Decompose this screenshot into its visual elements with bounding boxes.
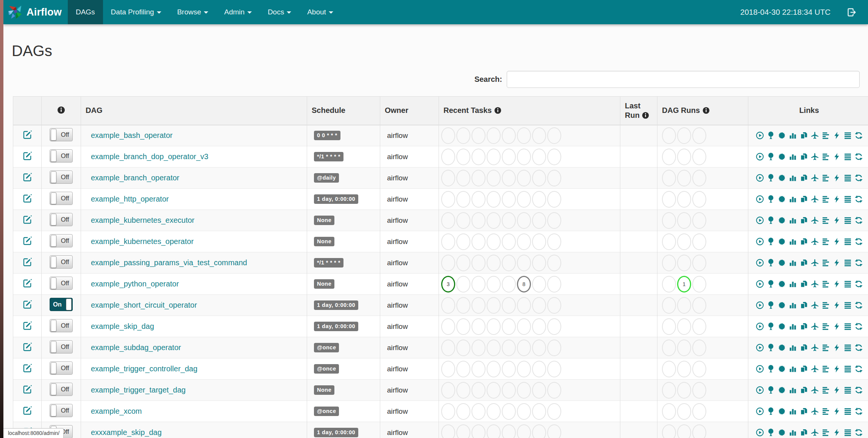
gantt-view-link[interactable]: [821, 152, 830, 161]
dag-link[interactable]: example_xcom: [91, 407, 142, 415]
graph-view-link[interactable]: [777, 322, 786, 331]
logs-link[interactable]: [843, 258, 852, 267]
task-tries-link[interactable]: [799, 386, 808, 394]
dag-link[interactable]: example_bash_operator: [91, 131, 173, 139]
landing-times-link[interactable]: [810, 428, 819, 437]
code-view-link[interactable]: [832, 131, 841, 140]
tree-view-link[interactable]: [767, 280, 775, 288]
logs-link[interactable]: [843, 343, 852, 352]
code-view-link[interactable]: [832, 195, 841, 203]
graph-view-link[interactable]: [777, 174, 786, 182]
logs-link[interactable]: [843, 386, 852, 394]
logout-icon[interactable]: [846, 7, 857, 17]
task-duration-link[interactable]: [788, 407, 797, 416]
trigger-dag-link[interactable]: [756, 237, 764, 246]
dag-pause-toggle[interactable]: Off: [50, 213, 73, 226]
trigger-dag-link[interactable]: [756, 152, 764, 161]
gantt-view-link[interactable]: [821, 237, 830, 246]
graph-view-link[interactable]: [777, 428, 786, 437]
tree-view-link[interactable]: [767, 237, 775, 246]
edit-dag-icon[interactable]: [22, 130, 32, 140]
tree-view-link[interactable]: [767, 195, 775, 203]
dag-link[interactable]: example_trigger_target_dag: [91, 386, 186, 394]
task-count-circle[interactable]: 3: [441, 276, 455, 293]
schedule-badge[interactable]: None: [314, 385, 334, 395]
landing-times-link[interactable]: [810, 407, 819, 416]
dag-link[interactable]: example_http_operator: [91, 195, 169, 203]
code-view-link[interactable]: [832, 301, 841, 310]
dag-link[interactable]: example_branch_operator: [91, 174, 180, 182]
refresh-link[interactable]: [854, 364, 863, 373]
refresh-link[interactable]: [854, 152, 863, 161]
schedule-badge[interactable]: @once: [314, 364, 339, 374]
refresh-link[interactable]: [854, 386, 863, 394]
trigger-dag-link[interactable]: [756, 301, 764, 310]
edit-dag-icon[interactable]: [22, 278, 32, 288]
dag-pause-toggle[interactable]: Off: [50, 383, 73, 396]
gantt-view-link[interactable]: [821, 174, 830, 182]
trigger-dag-link[interactable]: [756, 428, 764, 437]
trigger-dag-link[interactable]: [756, 195, 764, 203]
gantt-view-link[interactable]: [821, 195, 830, 203]
logs-link[interactable]: [843, 237, 852, 246]
graph-view-link[interactable]: [777, 343, 786, 352]
landing-times-link[interactable]: [810, 301, 819, 310]
task-duration-link[interactable]: [788, 322, 797, 331]
task-tries-link[interactable]: [799, 131, 808, 140]
landing-times-link[interactable]: [810, 343, 819, 352]
landing-times-link[interactable]: [810, 152, 819, 161]
code-view-link[interactable]: [832, 258, 841, 267]
task-duration-link[interactable]: [788, 195, 797, 203]
refresh-link[interactable]: [854, 428, 863, 437]
refresh-link[interactable]: [854, 237, 863, 246]
dag-link[interactable]: example_trigger_controller_dag: [91, 364, 197, 373]
schedule-badge[interactable]: @once: [314, 343, 339, 352]
task-tries-link[interactable]: [799, 301, 808, 310]
dag-pause-toggle[interactable]: Off: [50, 277, 73, 290]
trigger-dag-link[interactable]: [756, 322, 764, 331]
edit-dag-icon[interactable]: [22, 385, 32, 394]
schedule-badge[interactable]: None: [314, 237, 334, 246]
landing-times-link[interactable]: [810, 237, 819, 246]
graph-view-link[interactable]: [777, 301, 786, 310]
logs-link[interactable]: [843, 174, 852, 182]
task-tries-link[interactable]: [799, 364, 808, 373]
refresh-link[interactable]: [854, 301, 863, 310]
task-count-circle[interactable]: 8: [517, 276, 531, 293]
landing-times-link[interactable]: [810, 258, 819, 267]
edit-dag-icon[interactable]: [22, 300, 32, 310]
schedule-badge[interactable]: @once: [314, 407, 339, 416]
tree-view-link[interactable]: [767, 322, 775, 331]
refresh-link[interactable]: [854, 258, 863, 267]
edit-dag-icon[interactable]: [22, 215, 32, 225]
logs-link[interactable]: [843, 131, 852, 140]
tree-view-link[interactable]: [767, 428, 775, 437]
schedule-badge[interactable]: */1 * * * *: [314, 152, 343, 161]
logs-link[interactable]: [843, 195, 852, 203]
dag-pause-toggle[interactable]: Off: [50, 171, 73, 184]
gantt-view-link[interactable]: [821, 301, 830, 310]
dag-link[interactable]: example_kubernetes_operator: [91, 237, 194, 246]
search-input[interactable]: [507, 71, 860, 88]
tree-view-link[interactable]: [767, 407, 775, 416]
dag-pause-toggle[interactable]: On: [50, 298, 73, 311]
landing-times-link[interactable]: [810, 195, 819, 203]
task-count-circle[interactable]: 1: [677, 276, 691, 293]
nav-item-browse[interactable]: Browse: [169, 0, 216, 24]
task-duration-link[interactable]: [788, 216, 797, 225]
edit-dag-icon[interactable]: [22, 236, 32, 246]
logs-link[interactable]: [843, 428, 852, 437]
tree-view-link[interactable]: [767, 216, 775, 225]
gantt-view-link[interactable]: [821, 364, 830, 373]
task-duration-link[interactable]: [788, 174, 797, 182]
logs-link[interactable]: [843, 216, 852, 225]
task-tries-link[interactable]: [799, 343, 808, 352]
graph-view-link[interactable]: [777, 258, 786, 267]
code-view-link[interactable]: [832, 343, 841, 352]
task-tries-link[interactable]: [799, 237, 808, 246]
task-duration-link[interactable]: [788, 131, 797, 140]
dag-pause-toggle[interactable]: Off: [50, 340, 73, 354]
graph-view-link[interactable]: [777, 195, 786, 203]
dag-link[interactable]: example_short_circuit_operator: [91, 301, 197, 309]
code-view-link[interactable]: [832, 364, 841, 373]
